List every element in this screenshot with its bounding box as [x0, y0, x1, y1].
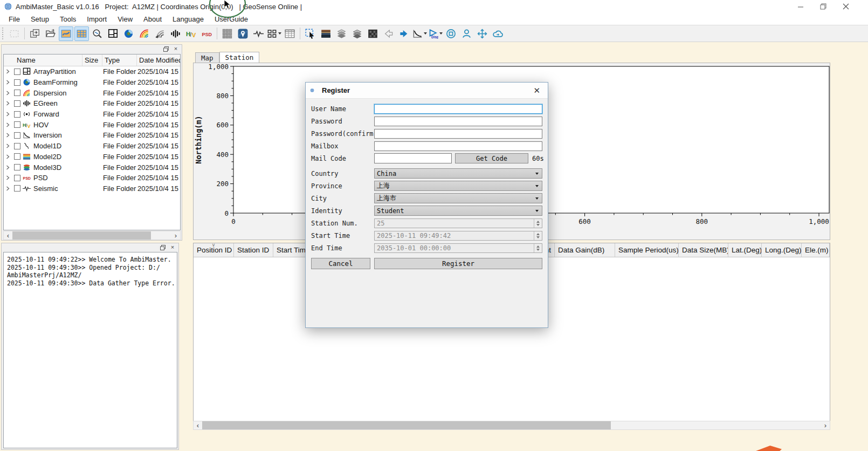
row-checkbox[interactable] — [14, 143, 20, 149]
row-checkbox[interactable] — [14, 175, 20, 181]
dropdown-field[interactable]: 上海市 — [374, 193, 542, 203]
tree-row[interactable]: Model1D File Folder 2025/10/4 15 — [4, 141, 180, 152]
dropdown-caret-icon[interactable] — [535, 185, 539, 187]
station-table-column[interactable]: Long.(Deg) — [762, 243, 802, 257]
station-table-column[interactable]: Station ID — [234, 243, 273, 257]
row-checkbox[interactable] — [14, 153, 20, 160]
toolbar-button[interactable] — [7, 26, 22, 41]
dropdown-field[interactable]: 上海 — [374, 181, 542, 191]
scroll-left-icon[interactable]: ‹ — [4, 231, 12, 240]
mail-code-field[interactable] — [374, 153, 452, 163]
dropdown-caret-icon[interactable] — [439, 32, 443, 35]
expand-chevron-icon[interactable] — [5, 175, 13, 180]
folder-name[interactable]: Model2D — [33, 153, 83, 161]
row-checkbox[interactable] — [14, 164, 20, 170]
toolbar-button[interactable] — [220, 26, 235, 41]
dropdown-caret-icon[interactable] — [535, 210, 539, 212]
folder-name[interactable]: PSD — [33, 174, 83, 182]
toolbar-button[interactable] — [475, 26, 490, 41]
panel-close-button[interactable]: × — [172, 45, 180, 52]
station-table-column[interactable]: Data Gain(dB) — [555, 243, 615, 257]
folder-name[interactable]: Inversion — [33, 131, 83, 139]
expand-chevron-icon[interactable] — [5, 186, 13, 191]
toolbar-button[interactable] — [459, 26, 474, 41]
expand-chevron-icon[interactable] — [5, 122, 13, 127]
expand-chevron-icon[interactable] — [5, 101, 13, 106]
spinner-arrows[interactable] — [534, 244, 542, 252]
toolbar-button[interactable] — [381, 26, 396, 41]
table-horizontal-scrollbar[interactable]: ‹ › — [193, 421, 830, 430]
dropdown-caret-icon[interactable] — [535, 197, 539, 200]
menu-item[interactable]: Language — [167, 14, 209, 24]
close-button[interactable] — [835, 0, 857, 13]
tree-row[interactable]: Inversion File Folder 2025/10/4 15 — [4, 130, 180, 141]
tree-horizontal-scrollbar[interactable]: ‹ › — [3, 231, 181, 240]
toolbar-button[interactable] — [350, 26, 364, 41]
dialog-title-bar[interactable]: Register ✕ — [306, 83, 548, 99]
tree-row[interactable]: Model2D File Folder 2025/10/4 15 — [4, 152, 180, 162]
tree-row[interactable]: Dispersion File Folder 2025/10/4 15 — [4, 87, 180, 98]
text-field[interactable] — [374, 129, 542, 139]
toolbar-button[interactable] — [444, 26, 458, 41]
folder-name[interactable]: Model3D — [33, 163, 83, 172]
scroll-left-icon[interactable]: ‹ — [194, 421, 202, 429]
scroll-right-icon[interactable]: › — [171, 231, 180, 240]
panel-float-button[interactable] — [159, 244, 167, 251]
toolbar-button[interactable] — [90, 26, 105, 41]
panel-float-button[interactable] — [162, 45, 170, 52]
menu-item[interactable]: Tools — [54, 14, 81, 24]
folder-name[interactable]: BeamForming — [33, 78, 83, 86]
folder-name[interactable]: Forward — [33, 110, 83, 118]
toolbar-grip[interactable] — [2, 27, 4, 40]
row-checkbox[interactable] — [14, 111, 20, 118]
toolbar-button[interactable] — [27, 26, 42, 41]
row-checkbox[interactable] — [14, 121, 20, 128]
toolbar-button[interactable] — [251, 26, 266, 41]
menu-item[interactable]: Setup — [25, 14, 54, 24]
folder-name[interactable]: Seismic — [33, 184, 83, 193]
spinner-field[interactable]: 25 — [374, 218, 542, 228]
restore-button[interactable] — [812, 0, 835, 13]
station-table-column[interactable]: Lat.(Deg) — [728, 243, 762, 257]
toolbar-button[interactable] — [106, 26, 120, 41]
toolbar-button[interactable] — [137, 26, 151, 41]
toolbar-button[interactable] — [283, 26, 297, 41]
register-button[interactable]: Register — [374, 258, 542, 269]
toolbar-button[interactable] — [153, 26, 167, 41]
menu-item[interactable]: File — [3, 14, 25, 24]
tree-col-date[interactable]: Date Modified — [137, 54, 180, 66]
toolbar-button[interactable] — [267, 26, 281, 41]
scroll-thumb[interactable] — [202, 421, 611, 429]
expand-chevron-icon[interactable] — [5, 80, 13, 85]
toolbar-button[interactable] — [168, 26, 183, 41]
text-field[interactable] — [374, 104, 542, 114]
folder-name[interactable]: EGreen — [33, 99, 83, 107]
tree-row[interactable]: ArrayPartition File Folder 2025/10/4 15 — [4, 66, 180, 77]
tree-col-type[interactable]: Type — [102, 54, 137, 66]
folder-name[interactable]: Model1D — [33, 142, 83, 150]
toolbar-button[interactable] — [491, 26, 505, 41]
expand-chevron-icon[interactable] — [5, 165, 13, 170]
row-checkbox[interactable] — [14, 79, 20, 86]
expand-chevron-icon[interactable] — [5, 69, 13, 74]
toolbar-button[interactable] — [397, 26, 411, 41]
toolbar-button[interactable] — [74, 26, 89, 41]
text-field[interactable] — [374, 117, 542, 126]
menu-item[interactable]: UserGuide — [209, 14, 253, 24]
tree-col-size[interactable]: Size — [82, 54, 102, 66]
minimize-button[interactable] — [789, 0, 812, 13]
row-checkbox[interactable] — [14, 90, 20, 96]
panel-close-button[interactable]: × — [169, 244, 176, 251]
toolbar-button[interactable]: H/V — [184, 26, 198, 41]
toolbar-button[interactable] — [121, 26, 136, 41]
spinner-arrows[interactable] — [534, 219, 542, 228]
tree-row[interactable]: PSD PSD File Folder 2025/10/4 15 — [4, 173, 180, 183]
toolbar-button[interactable] — [43, 26, 58, 41]
menu-item[interactable]: Import — [81, 14, 112, 24]
folder-name[interactable]: Dispersion — [33, 89, 83, 97]
row-checkbox[interactable] — [14, 185, 20, 192]
expand-chevron-icon[interactable] — [5, 112, 13, 117]
row-checkbox[interactable] — [14, 69, 20, 75]
toolbar-button[interactable]: Disp — [428, 26, 443, 41]
spinner-field[interactable]: 2035-10-01 00:00:00 — [374, 243, 542, 253]
